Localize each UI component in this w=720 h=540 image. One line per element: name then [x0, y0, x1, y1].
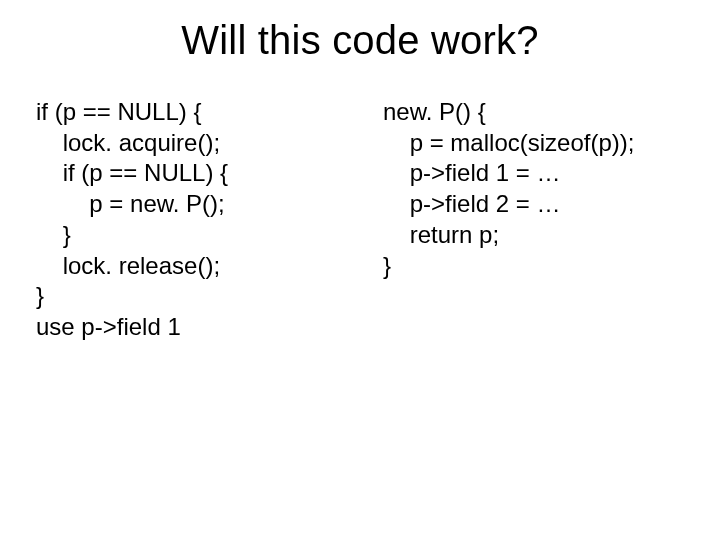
- code-line: p->field 2 = …: [383, 190, 560, 217]
- code-line: }: [36, 282, 44, 309]
- code-line: new. P() {: [383, 98, 486, 125]
- code-line: lock. release();: [36, 252, 220, 279]
- code-line: return p;: [383, 221, 499, 248]
- code-right-column: new. P() { p = malloc(sizeof(p)); p->fie…: [377, 97, 684, 343]
- code-line: if (p == NULL) {: [36, 98, 201, 125]
- slide: Will this code work? if (p == NULL) { lo…: [0, 0, 720, 540]
- code-columns: if (p == NULL) { lock. acquire(); if (p …: [36, 97, 684, 343]
- code-line: lock. acquire();: [36, 129, 220, 156]
- code-line: if (p == NULL) {: [36, 159, 228, 186]
- code-line: }: [383, 252, 391, 279]
- code-line: p->field 1 = …: [383, 159, 560, 186]
- slide-title: Will this code work?: [36, 18, 684, 63]
- code-line: }: [36, 221, 71, 248]
- code-line: p = malloc(sizeof(p));: [383, 129, 634, 156]
- code-left-column: if (p == NULL) { lock. acquire(); if (p …: [36, 97, 337, 343]
- code-line: p = new. P();: [36, 190, 225, 217]
- code-line: use p->field 1: [36, 313, 181, 340]
